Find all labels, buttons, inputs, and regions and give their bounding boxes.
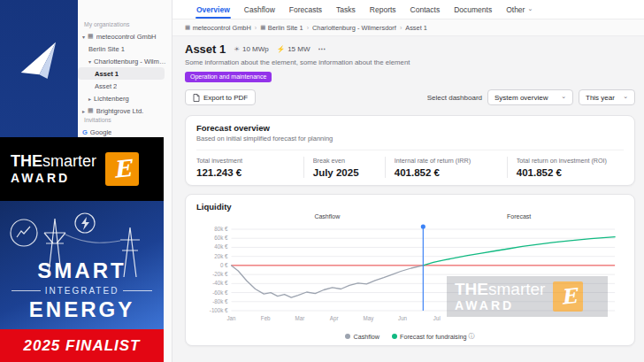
building-icon: ▦ bbox=[88, 33, 94, 40]
tab-forecasts[interactable]: Forecasts bbox=[283, 0, 328, 19]
award-line-integrated-text: INTEGRATED bbox=[45, 286, 119, 296]
award-brand-text: THEsmarter AWARD bbox=[11, 153, 96, 185]
tab-bar: OverviewCashflowForecastsTasksReportsCon… bbox=[172, 0, 644, 19]
dashboard-select[interactable]: System overview ⌄ bbox=[487, 89, 573, 105]
building-icon: ▦ bbox=[260, 24, 265, 31]
award-finalist-text: 2025 FINALIST bbox=[23, 337, 140, 355]
svg-text:-80k €: -80k € bbox=[212, 298, 228, 304]
svg-text:-100k €: -100k € bbox=[210, 307, 228, 313]
grid-icon: ⚡ bbox=[277, 45, 285, 53]
watermark-award: AWARD bbox=[455, 298, 545, 312]
tab-tasks[interactable]: Tasks bbox=[330, 0, 362, 19]
breadcrumb-separator: › bbox=[400, 25, 402, 31]
screenshot-root: My organizations▾▦meteocontrol GmbHBerli… bbox=[0, 0, 644, 362]
watermark-brand-text: THEsmarter AWARD bbox=[455, 281, 545, 312]
dashboard-select-value: System overview bbox=[494, 94, 548, 102]
period-select[interactable]: This year ⌄ bbox=[579, 89, 635, 105]
breadcrumb-item-berlin-site-1[interactable]: ▦Berlin Site 1 bbox=[260, 24, 303, 32]
breadcrumb-item-charlottenburg-wilmersdorf[interactable]: Charlottenburg - Wilmersdorf bbox=[312, 24, 396, 32]
smarter-e-letter: E bbox=[112, 155, 133, 183]
chevron-down-icon: ⌄ bbox=[623, 93, 628, 100]
spec-15-mw: ⚡15 MW bbox=[277, 45, 310, 53]
brand-smarter: smarter bbox=[42, 152, 96, 170]
tab-overview[interactable]: Overview bbox=[190, 0, 236, 19]
tab-contacts[interactable]: Contacts bbox=[404, 0, 447, 19]
stat-internal-rate-of-return-irr: Internal rate of return (IRR)401.852 € bbox=[385, 157, 507, 178]
export-pdf-label: Export to PDF bbox=[203, 94, 248, 102]
award-line-energy: ENERGY bbox=[0, 298, 164, 321]
export-pdf-button[interactable]: Export to PDF bbox=[185, 89, 256, 105]
sidebar-item-charlottenburg-wilme[interactable]: ▾Charlottenburg - Wilme... bbox=[78, 55, 172, 67]
award-artwork: SMART INTEGRATED ENERGY bbox=[0, 201, 164, 329]
chart-region-cashflow-label: Cashflow bbox=[314, 213, 340, 220]
chevron-down-icon: ⌄ bbox=[561, 93, 566, 100]
period-select-value: This year bbox=[586, 94, 615, 102]
asset-specs: ☀10 MWp⚡15 MW⋯ bbox=[234, 45, 326, 53]
award-line-smart: SMART bbox=[0, 259, 164, 282]
watermark-the: THE bbox=[455, 280, 488, 298]
building-icon: ▦ bbox=[88, 107, 94, 114]
sidebar-item-berlin-site-1[interactable]: Berlin Site 1 bbox=[78, 42, 172, 55]
chart-region-forecast-label: Forecast bbox=[507, 213, 531, 220]
paper-plane-logo bbox=[12, 35, 66, 89]
google-icon: G bbox=[82, 128, 88, 136]
info-icon[interactable]: ⓘ bbox=[469, 332, 475, 341]
asset-description: Some information about the element, some… bbox=[185, 58, 635, 66]
svg-text:40k €: 40k € bbox=[214, 243, 228, 250]
svg-text:-20k €: -20k € bbox=[212, 271, 228, 277]
svg-text:Jun: Jun bbox=[398, 315, 408, 321]
chart-legend: CashflowForecast for fundraisingⓘ bbox=[196, 332, 624, 341]
svg-text:Jul: Jul bbox=[433, 315, 441, 321]
award-watermark: THEsmarter AWARD E bbox=[447, 276, 608, 317]
building-icon: ▦ bbox=[185, 24, 190, 31]
breadcrumb-item-meteocontrol-gmbh[interactable]: ▦meteocontrol GmbH bbox=[185, 24, 251, 32]
chart-region-labels: Cashflow Forecast bbox=[196, 213, 624, 222]
svg-text:Feb: Feb bbox=[261, 315, 271, 321]
tab-other[interactable]: Other⌄ bbox=[500, 0, 539, 19]
title-row: Asset 1 ☀10 MWp⚡15 MW⋯ bbox=[185, 42, 635, 56]
award-finalist-banner: 2025 FINALIST bbox=[0, 329, 164, 362]
legend-cashflow: Cashflow bbox=[345, 333, 380, 341]
tab-cashflow[interactable]: Cashflow bbox=[238, 0, 281, 19]
tab-reports[interactable]: Reports bbox=[364, 0, 402, 19]
sidebar-section-label: Invitations bbox=[78, 117, 172, 126]
breadcrumb-item-asset-1[interactable]: Asset 1 bbox=[405, 24, 427, 32]
toolbar: Export to PDF Select dashboard System ov… bbox=[185, 89, 635, 105]
select-dashboard-label: Select dashboard bbox=[427, 94, 482, 102]
svg-text:60k €: 60k € bbox=[214, 235, 228, 241]
pdf-icon bbox=[193, 94, 200, 102]
breadcrumb: ▦meteocontrol GmbH›▦Berlin Site 1›Charlo… bbox=[172, 19, 644, 36]
legend-forecast-for-fundraising: Forecast for fundraisingⓘ bbox=[392, 332, 475, 341]
sidebar-item-asset-2[interactable]: Asset 2 bbox=[78, 80, 172, 92]
page-title: Asset 1 bbox=[185, 42, 226, 56]
svg-text:80k €: 80k € bbox=[214, 226, 228, 232]
sidebar-item-meteocontrol-gmbh[interactable]: ▾▦meteocontrol GmbH bbox=[78, 30, 172, 42]
forecast-card: Forecast overview Based on initial simpl… bbox=[185, 115, 635, 186]
chevron-down-icon: ⌄ bbox=[527, 5, 533, 12]
stat-total-investment: Total investment121.243 € bbox=[196, 157, 303, 178]
brand-award: AWARD bbox=[11, 171, 96, 185]
more-icon[interactable]: ⋯ bbox=[318, 45, 326, 53]
award-banner: THEsmarter AWARD E SMART I bbox=[0, 137, 164, 362]
forecast-card-subtitle: Based on initial simplified forecast for… bbox=[196, 135, 624, 142]
sidebar-item-brightgrove-ltd[interactable]: ▸▦Brightgrove Ltd. bbox=[78, 104, 172, 117]
smarter-e-logo-watermark: E bbox=[553, 281, 583, 312]
sidebar-item-google[interactable]: GGoogle bbox=[78, 126, 172, 138]
forecast-card-title: Forecast overview bbox=[196, 123, 624, 133]
award-logo: THEsmarter AWARD E bbox=[0, 137, 164, 201]
stat-break-even: Break evenJuly 2025 bbox=[303, 157, 385, 178]
sidebar-item-lichtenberg[interactable]: ▸Lichtenberg bbox=[78, 92, 172, 104]
sidebar-item-asset-1[interactable]: Asset 1 bbox=[78, 67, 165, 80]
liquidity-card-title: Liquidity bbox=[196, 202, 624, 212]
forecast-stats: Total investment121.243 €Break evenJuly … bbox=[196, 150, 624, 178]
svg-text:May: May bbox=[364, 315, 375, 321]
stat-total-return-on-investment-roi: Total return on investment (ROI)401.852 … bbox=[507, 157, 624, 178]
chevron-down-icon: ▾ bbox=[82, 34, 85, 40]
status-badge: Operation and maintenance bbox=[185, 72, 272, 82]
liquidity-card: Liquidity Cashflow Forecast 80k €60k €40… bbox=[185, 194, 635, 346]
brand-the: THE bbox=[11, 152, 42, 170]
award-line-integrated: INTEGRATED bbox=[7, 286, 157, 296]
legend-dot-icon bbox=[345, 334, 350, 339]
tab-documents[interactable]: Documents bbox=[448, 0, 498, 19]
chevron-right-icon: ▸ bbox=[88, 96, 91, 102]
